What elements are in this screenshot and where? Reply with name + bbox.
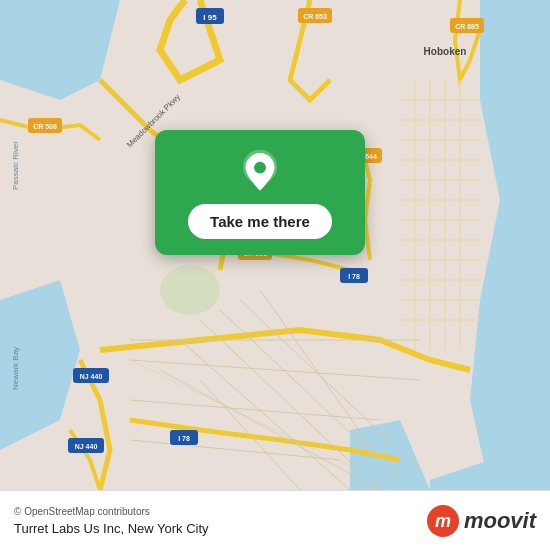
overlay-card[interactable]: Take me there bbox=[155, 130, 365, 255]
location-label: Turret Labs Us Inc, New York City bbox=[14, 521, 209, 536]
take-me-there-button[interactable]: Take me there bbox=[188, 204, 332, 239]
svg-point-57 bbox=[254, 162, 266, 174]
svg-text:CR 653: CR 653 bbox=[303, 13, 327, 20]
svg-text:NJ 440: NJ 440 bbox=[75, 443, 98, 450]
svg-text:I 78: I 78 bbox=[348, 273, 360, 280]
svg-point-2 bbox=[160, 265, 220, 315]
svg-text:I 78: I 78 bbox=[178, 435, 190, 442]
moovit-text: moovit bbox=[464, 508, 536, 534]
svg-text:CR 685: CR 685 bbox=[455, 23, 479, 30]
svg-text:I 95: I 95 bbox=[203, 13, 217, 22]
map-container: I 95 CR 653 CR 685 CR 508 CR 501 CR 644 … bbox=[0, 0, 550, 490]
svg-text:Passaic River: Passaic River bbox=[11, 141, 20, 190]
moovit-logo-icon: m bbox=[427, 505, 459, 537]
svg-text:Hoboken: Hoboken bbox=[424, 46, 467, 57]
location-pin-icon bbox=[237, 148, 283, 194]
svg-text:Newark Bay: Newark Bay bbox=[11, 347, 20, 390]
svg-text:NJ 440: NJ 440 bbox=[80, 373, 103, 380]
footer-left: © OpenStreetMap contributors Turret Labs… bbox=[14, 506, 209, 536]
moovit-logo: m moovit bbox=[427, 505, 536, 537]
footer-bar: © OpenStreetMap contributors Turret Labs… bbox=[0, 490, 550, 550]
svg-text:m: m bbox=[435, 511, 451, 531]
osm-attribution: © OpenStreetMap contributors bbox=[14, 506, 209, 517]
svg-text:CR 508: CR 508 bbox=[33, 123, 57, 130]
